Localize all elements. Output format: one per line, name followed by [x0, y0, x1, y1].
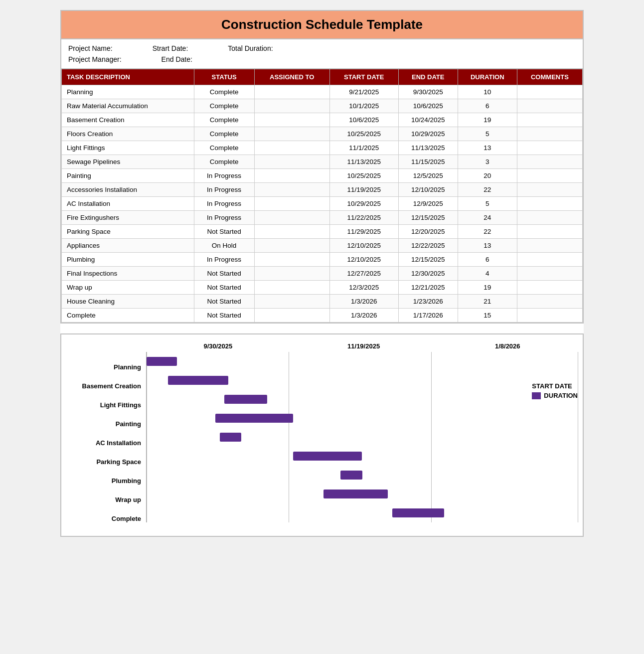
table-row: Parking SpaceNot Started11/29/202512/20/…: [62, 225, 583, 239]
cell-task: Floors Creation: [62, 127, 194, 141]
cell-start: 10/6/2025: [329, 113, 398, 127]
cell-task: Light Fittings: [62, 141, 194, 155]
gantt-bar: [220, 433, 241, 442]
cell-end: 10/29/2025: [398, 127, 458, 141]
cell-start: 1/3/2026: [329, 295, 398, 309]
gantt-row: [147, 428, 578, 447]
cell-duration: 19: [458, 113, 517, 127]
cell-assigned: [254, 225, 329, 239]
chart-row-label: Wrap up: [66, 490, 146, 509]
cell-comments: [517, 197, 582, 211]
chart-row-label: Planning: [66, 357, 146, 376]
gantt-bar: [340, 471, 362, 480]
page-title: Construction Schedule Template: [61, 11, 583, 39]
gantt-bar: [293, 452, 362, 461]
cell-assigned: [254, 197, 329, 211]
cell-end: 12/22/2025: [398, 239, 458, 253]
table-row: Final InspectionsNot Started12/27/202512…: [62, 267, 583, 281]
cell-task: Final Inspections: [62, 267, 194, 281]
cell-assigned: [254, 141, 329, 155]
axis-label: 1/8/2026: [495, 342, 520, 350]
table-row: PlanningComplete9/21/20259/30/202510: [62, 85, 583, 99]
cell-start: 10/29/2025: [329, 197, 398, 211]
meta-row-1: Project Name: Strart Date: Total Duratio…: [68, 44, 576, 52]
chart-container: PlanningBasement CreationLight FittingsP…: [60, 333, 584, 537]
cell-start: 11/29/2025: [329, 225, 398, 239]
table-row: PaintingIn Progress10/25/202512/5/202520: [62, 169, 583, 183]
cell-start: 12/27/2025: [329, 267, 398, 281]
gantt-row: [147, 371, 578, 390]
cell-comments: [517, 85, 582, 99]
cell-assigned: [254, 253, 329, 267]
chart-row-label: Painting: [66, 414, 146, 433]
cell-end: 11/13/2025: [398, 141, 458, 155]
cell-start: 11/13/2025: [329, 155, 398, 169]
cell-task: Appliances: [62, 239, 194, 253]
legend-start-date: START DATE: [532, 382, 572, 390]
col-header-assigned: ASSIGNED TO: [254, 69, 329, 85]
cell-comments: [517, 99, 582, 113]
cell-status: In Progress: [194, 197, 254, 211]
cell-comments: [517, 267, 582, 281]
col-header-start: START DATE: [329, 69, 398, 85]
cell-assigned: [254, 309, 329, 323]
cell-assigned: [254, 113, 329, 127]
cell-end: 12/21/2025: [398, 281, 458, 295]
cell-assigned: [254, 127, 329, 141]
cell-status: Complete: [194, 155, 254, 169]
project-name-label: Project Name:: [68, 44, 113, 52]
cell-assigned: [254, 211, 329, 225]
cell-end: 12/5/2025: [398, 169, 458, 183]
legend-duration: DURATION: [532, 392, 578, 399]
cell-duration: 4: [458, 267, 517, 281]
cell-status: Not Started: [194, 267, 254, 281]
cell-task: Fire Extingushers: [62, 211, 194, 225]
cell-end: 12/15/2025: [398, 211, 458, 225]
cell-task: Raw Material Accumulation: [62, 99, 194, 113]
col-header-duration: DURATION: [458, 69, 517, 85]
cell-duration: 3: [458, 155, 517, 169]
gantt-bar: [224, 395, 268, 404]
cell-duration: 22: [458, 225, 517, 239]
col-header-end: END DATE: [398, 69, 458, 85]
cell-end: 11/15/2025: [398, 155, 458, 169]
legend-start-label: START DATE: [532, 382, 572, 390]
gantt-bar: [215, 414, 293, 423]
total-duration-label: Total Duration:: [228, 44, 273, 52]
cell-task: Planning: [62, 85, 194, 99]
cell-start: 12/10/2025: [329, 239, 398, 253]
cell-duration: 5: [458, 197, 517, 211]
grid-line: [578, 352, 578, 522]
cell-duration: 15: [458, 309, 517, 323]
gantt-row: [147, 447, 578, 466]
col-header-task: TASK DESCRIPTION: [62, 69, 194, 85]
chart-row-label: Basement Creation: [66, 376, 146, 395]
chart-row-label: Complete: [66, 509, 146, 528]
cell-status: In Progress: [194, 183, 254, 197]
cell-comments: [517, 239, 582, 253]
axis-label: 9/30/2025: [203, 342, 232, 350]
cell-end: 1/23/2026: [398, 295, 458, 309]
cell-start: 10/25/2025: [329, 169, 398, 183]
cell-assigned: [254, 267, 329, 281]
table-row: AC InstallationIn Progress10/29/202512/9…: [62, 197, 583, 211]
cell-status: Not Started: [194, 295, 254, 309]
cell-status: Complete: [194, 127, 254, 141]
cell-status: In Progress: [194, 253, 254, 267]
table-row: AppliancesOn Hold12/10/202512/22/202513: [62, 239, 583, 253]
gantt-row: [147, 352, 578, 371]
cell-comments: [517, 281, 582, 295]
cell-task: Wrap up: [62, 281, 194, 295]
chart-grid: [146, 352, 578, 522]
axis-label: 11/19/2025: [347, 342, 380, 350]
table-row: Accessories InstallationIn Progress11/19…: [62, 183, 583, 197]
cell-duration: 6: [458, 99, 517, 113]
cell-status: On Hold: [194, 239, 254, 253]
meta-section: Project Name: Strart Date: Total Duratio…: [61, 39, 583, 69]
gantt-row: [147, 485, 578, 503]
cell-end: 12/20/2025: [398, 225, 458, 239]
cell-start: 12/10/2025: [329, 253, 398, 267]
table-row: PlumbingIn Progress12/10/202512/15/20256: [62, 253, 583, 267]
cell-duration: 24: [458, 211, 517, 225]
cell-task: Parking Space: [62, 225, 194, 239]
